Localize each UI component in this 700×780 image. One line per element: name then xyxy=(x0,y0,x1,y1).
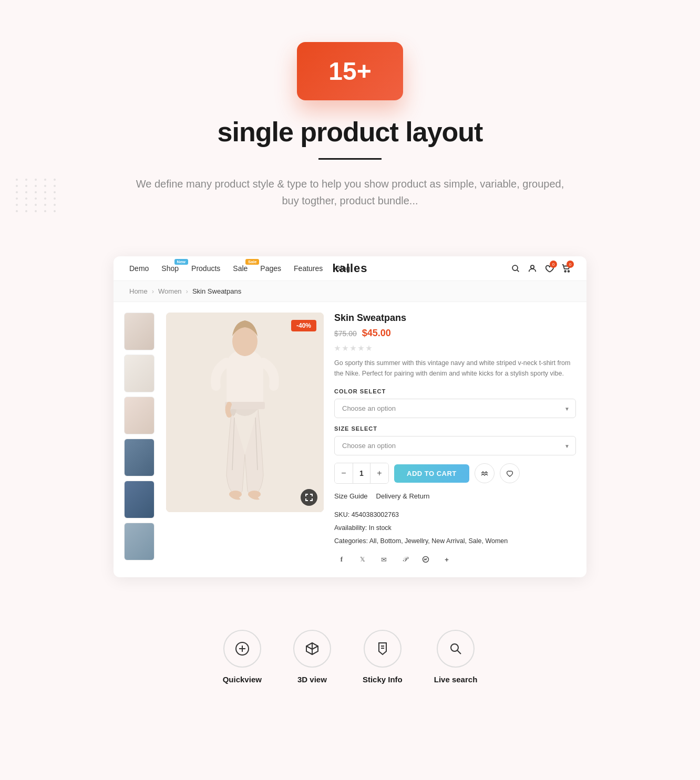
star-rating xyxy=(334,345,576,351)
star-2 xyxy=(342,345,348,351)
hero-description: We define many product style & type to h… xyxy=(135,175,565,209)
compare-button[interactable] xyxy=(475,463,495,483)
quickview-icon[interactable] xyxy=(223,630,261,668)
cart-controls: − 1 + ADD TO CART xyxy=(334,463,576,484)
counter-badge: 15+ xyxy=(297,42,403,100)
wishlist-count: 0 xyxy=(550,261,557,268)
livesearch-label: Live search xyxy=(434,675,478,684)
brand-logo: kalles xyxy=(332,262,367,275)
wishlist-button[interactable] xyxy=(500,463,520,483)
svg-rect-7 xyxy=(227,362,263,404)
svg-point-18 xyxy=(451,644,458,651)
product-layout: -40% xyxy=(114,302,586,577)
livesearch-icon[interactable] xyxy=(437,630,475,668)
breadcrumb-home[interactable]: Home xyxy=(129,287,148,295)
share-icons: f 𝕏 ✉ 𝒫 + xyxy=(334,552,576,567)
hero-section: 15+ single product layout We define many… xyxy=(0,0,700,230)
feature-quickview: Quickview xyxy=(223,630,262,684)
qty-value: 1 xyxy=(353,463,370,483)
nav-links: Demo Shop New Products Sale Sale Pages F… xyxy=(129,264,511,273)
star-5 xyxy=(366,345,372,351)
main-product-image: -40% xyxy=(166,313,324,512)
nav-link-sale[interactable]: Sale Sale xyxy=(233,264,248,273)
size-select-wrapper: Choose an option ▼ xyxy=(334,436,576,455)
share-twitter[interactable]: 𝕏 xyxy=(355,552,370,567)
product-visual xyxy=(166,313,324,512)
nav-link-pages[interactable]: Pages xyxy=(260,264,281,273)
color-select-label: COLOR SELECT xyxy=(334,388,576,394)
svg-point-0 xyxy=(512,265,518,271)
breadcrumb: Home › Women › Skin Sweatpans xyxy=(114,281,586,302)
quantity-control: − 1 + xyxy=(334,463,389,484)
share-more[interactable]: + xyxy=(439,552,454,567)
wishlist-icon[interactable]: 0 xyxy=(544,264,554,273)
thumbnail-1[interactable] xyxy=(124,313,155,350)
feature-3dview: 3D view xyxy=(293,630,331,684)
cart-icon[interactable]: 0 xyxy=(561,264,571,273)
price-sale: $45.00 xyxy=(362,328,391,339)
sticky-label: Sticky Info xyxy=(363,675,403,684)
thumbnail-3[interactable] xyxy=(124,397,155,434)
share-facebook[interactable]: f xyxy=(334,552,349,567)
meta-links: Size Guide Delivery & Return xyxy=(334,492,576,500)
nav-badge-new: New xyxy=(174,259,188,265)
hero-title: single product layout xyxy=(11,116,689,148)
svg-point-3 xyxy=(564,271,566,272)
categories-label: Categories: xyxy=(334,537,368,545)
categories-row: Categories: All, Bottom, Jewellry, New A… xyxy=(334,535,576,548)
availability-row: Availability: In stock xyxy=(334,522,576,535)
svg-point-2 xyxy=(531,265,534,268)
feature-livesearch: Live search xyxy=(434,630,478,684)
expand-button[interactable] xyxy=(301,489,317,506)
nav-icons: 0 0 xyxy=(511,264,571,273)
svg-line-19 xyxy=(458,651,461,654)
nav-link-products[interactable]: Products xyxy=(191,264,220,273)
search-icon[interactable] xyxy=(511,264,520,273)
share-messenger[interactable] xyxy=(418,552,433,567)
3dview-icon[interactable] xyxy=(293,630,331,668)
thumbnail-6[interactable] xyxy=(124,523,155,560)
thumbnail-5[interactable] xyxy=(124,481,155,518)
thumbnail-2[interactable] xyxy=(124,355,155,392)
svg-point-4 xyxy=(568,271,570,272)
svg-line-1 xyxy=(517,270,519,272)
qty-increase-button[interactable]: + xyxy=(370,463,388,483)
availability-label: Availability: xyxy=(334,524,367,532)
product-info: Skin Sweatpans $75.00 $45.00 Go sporty t… xyxy=(334,313,576,567)
price-original: $75.00 xyxy=(334,329,357,338)
sticky-icon[interactable] xyxy=(364,630,402,668)
3dview-label: 3D view xyxy=(297,675,327,684)
color-select[interactable]: Choose an option xyxy=(334,399,576,418)
star-1 xyxy=(334,345,341,351)
star-3 xyxy=(350,345,356,351)
product-showcase: Demo Shop New Products Sale Sale Pages F… xyxy=(114,256,586,577)
sku-value: 4540383002763 xyxy=(352,511,399,518)
size-guide-link[interactable]: Size Guide xyxy=(334,492,368,500)
delivery-return-link[interactable]: Delivery & Return xyxy=(376,492,430,500)
add-to-cart-button[interactable]: ADD TO CART xyxy=(394,464,469,483)
discount-badge: -40% xyxy=(291,320,316,331)
product-pricing: $75.00 $45.00 xyxy=(334,328,576,339)
color-select-wrapper: Choose an option ▼ xyxy=(334,399,576,418)
share-email[interactable]: ✉ xyxy=(376,552,391,567)
star-4 xyxy=(358,345,364,351)
thumbnails xyxy=(124,313,156,567)
sku-label: SKU: xyxy=(334,511,349,518)
quickview-label: Quickview xyxy=(223,675,262,684)
qty-decrease-button[interactable]: − xyxy=(335,463,353,483)
breadcrumb-current: Skin Sweatpans xyxy=(192,287,241,295)
nav-link-features[interactable]: Features xyxy=(294,264,323,273)
product-name: Skin Sweatpans xyxy=(334,313,576,324)
nav-link-shop[interactable]: Shop New xyxy=(161,264,179,273)
breadcrumb-category[interactable]: Women xyxy=(158,287,182,295)
hero-divider xyxy=(318,158,382,160)
nav-link-demo[interactable]: Demo xyxy=(129,264,149,273)
sku-row: SKU: 4540383002763 xyxy=(334,508,576,522)
cart-count: 0 xyxy=(567,261,574,268)
size-select[interactable]: Choose an option xyxy=(334,436,576,455)
thumbnail-4[interactable] xyxy=(124,439,155,476)
feature-sticky: Sticky Info xyxy=(363,630,403,684)
user-icon[interactable] xyxy=(528,264,537,273)
share-pinterest[interactable]: 𝒫 xyxy=(397,552,412,567)
navbar: Demo Shop New Products Sale Sale Pages F… xyxy=(114,256,586,281)
